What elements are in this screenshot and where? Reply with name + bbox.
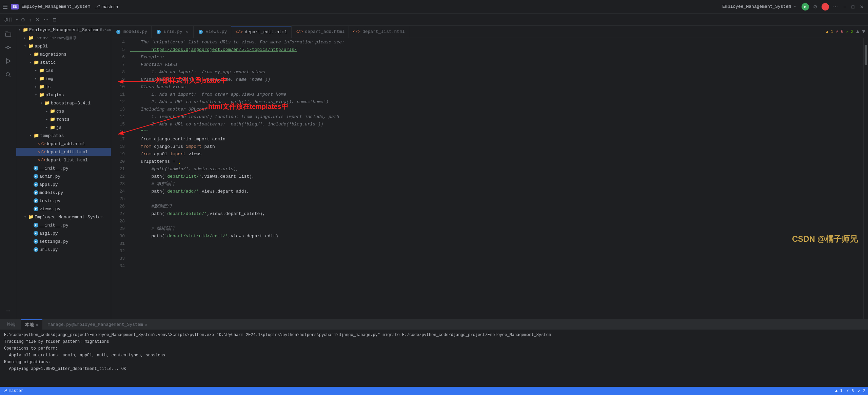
tree-migrations[interactable]: ▸ 📁 migrations <box>16 50 111 58</box>
line-numbers: 45678 910111213 1415161718 1920212223 24… <box>111 38 127 319</box>
bottom-tab-local-close[interactable]: ✕ <box>36 323 38 327</box>
sidebar-files-icon[interactable] <box>3 28 14 39</box>
toolbar-close-btn[interactable]: ✕ <box>34 16 41 23</box>
depart-list-label: depart_list.html <box>45 158 88 163</box>
tree-img[interactable]: ▸ 📁 img <box>16 75 111 83</box>
tree-bootstrap-fonts[interactable]: ▸ 📁 fonts <box>16 115 111 123</box>
close-button[interactable] <box>822 3 829 11</box>
tree-models-py[interactable]: ▸ P models.py <box>16 189 111 197</box>
bottom-tab-local[interactable]: 本地 ✕ <box>21 319 42 330</box>
sidebar-more-icon[interactable]: ⋯ <box>3 305 14 316</box>
minimize-btn[interactable]: − <box>842 3 847 10</box>
settings-icon-btn[interactable]: ⚙ <box>812 3 819 10</box>
editor-scroll-down[interactable]: ▼ <box>862 29 865 35</box>
tree-ems-folder[interactable]: ▾ 📁 Employee_Management_System <box>16 213 111 221</box>
run-button[interactable]: ▶ <box>802 3 809 11</box>
tree-settings-py[interactable]: ▸ P settings.py <box>16 237 111 245</box>
status-branch[interactable]: ⎇ master <box>3 389 23 394</box>
file-tree-sidebar: ▾ 📁 Employee_Management_System E:\code ▸… <box>16 26 111 319</box>
tree-views-py[interactable]: ▸ P views.py <box>16 205 111 213</box>
maximize-btn[interactable]: □ <box>850 3 856 10</box>
sidebar-run-icon[interactable] <box>3 56 14 66</box>
bootstrap-fonts-arrow: ▸ <box>45 117 49 121</box>
tree-js[interactable]: ▸ 📁 js <box>16 83 111 91</box>
bottom-tab-manage-close[interactable]: ✕ <box>145 322 147 327</box>
tree-urls-py[interactable]: ▸ P urls.py <box>16 245 111 254</box>
code-line-24: path('depart/add/',views.depart_add), <box>127 188 863 195</box>
css-label: css <box>45 68 53 73</box>
code-line-32 <box>127 248 863 255</box>
tree-plugins[interactable]: ▾ 📁 plugins <box>16 91 111 99</box>
toolbar-sync-btn[interactable]: ⊕ <box>20 16 26 23</box>
tests-py-icon: P <box>34 198 38 203</box>
code-line-22: path('depart/list/',views.depart_list), <box>127 173 863 180</box>
scroll-thumb[interactable] <box>865 45 867 65</box>
toolbar-more-btn[interactable]: ⋯ <box>42 16 50 23</box>
tree-venv[interactable]: ▸ 📁 .venv library根目录 <box>16 34 111 42</box>
tree-init[interactable]: ▸ P __init__.py <box>16 164 111 172</box>
plugins-label: plugins <box>45 93 64 98</box>
bootstrap-js-arrow: ▸ <box>45 125 49 130</box>
tab-depart-edit-html[interactable]: </> depart_edit.html <box>231 26 291 38</box>
tab-depart-list-html[interactable]: </> depart_list.html <box>349 26 409 38</box>
toolbar-collapse-btn[interactable]: ↕ <box>28 16 33 23</box>
ems-label: Employee_Management_System <box>35 215 103 220</box>
tree-bootstrap-js[interactable]: ▸ 📁 js <box>16 123 111 132</box>
code-line-20: urlpatterns = [ <box>127 158 863 165</box>
urls-py-label: urls.py <box>39 247 58 252</box>
hamburger-icon[interactable] <box>3 4 8 9</box>
code-lines[interactable]: The `urlpatterns` list routes URLs to vi… <box>127 38 863 319</box>
tab-views-py[interactable]: P views.py <box>194 26 231 38</box>
sidebar-commit-icon[interactable] <box>3 42 14 53</box>
git-branch-icon: ⎇ <box>95 4 100 9</box>
ems-folder-icon: 📁 <box>28 214 34 220</box>
tree-tests-py[interactable]: ▸ P tests.py <box>16 197 111 205</box>
code-line-33 <box>127 255 863 262</box>
tab-urls-py[interactable]: P urls.py ✕ <box>152 26 194 38</box>
code-line-21: #path('admin/', admin.site.urls), <box>127 165 863 173</box>
tree-css[interactable]: ▸ 📁 css <box>16 66 111 75</box>
tree-depart-add[interactable]: ▸ </> depart_add.html <box>16 140 111 148</box>
editor-scroll-up[interactable]: ▲ <box>856 29 860 35</box>
tree-admin-py[interactable]: ▸ P admin.py <box>16 172 111 180</box>
venv-arrow: ▸ <box>23 36 27 40</box>
code-editor: 45678 910111213 1415161718 1920212223 24… <box>111 38 868 319</box>
tree-ems-init[interactable]: ▸ P __init__.py <box>16 221 111 229</box>
tree-templates[interactable]: ▾ 📁 templates <box>16 132 111 140</box>
tree-bootstrap[interactable]: ▾ 📁 bootstrap-3.4.1 <box>16 99 111 107</box>
tree-asgi-py[interactable]: ▸ P asgi.py <box>16 229 111 237</box>
sidebar-search-icon[interactable] <box>3 69 14 80</box>
scroll-indicator[interactable] <box>863 38 868 319</box>
tab-models-py[interactable]: P models.py <box>111 26 152 38</box>
urls-py-icon: P <box>34 247 38 252</box>
more-options-btn[interactable]: ⋯ <box>832 3 839 10</box>
tree-bootstrap-css[interactable]: ▸ 📁 css <box>16 107 111 115</box>
code-line-26: #删除部门 <box>127 203 863 210</box>
tab-depart-add-html[interactable]: </> depart_add.html <box>292 26 349 38</box>
tree-depart-list[interactable]: ▸ </> depart_list.html <box>16 156 111 164</box>
bottom-tab-manage[interactable]: manage.py@Employee_Management_System ✕ <box>44 319 151 330</box>
run-icon: ▶ <box>804 5 806 9</box>
views-py-icon: P <box>34 206 38 211</box>
tab-models-py-label: models.py <box>123 29 147 34</box>
bottom-tab-terminal-label: 终端 <box>7 321 16 328</box>
tree-apps-py[interactable]: ▸ P apps.py <box>16 180 111 189</box>
bottom-tab-terminal[interactable]: 终端 <box>3 319 20 330</box>
branch-button[interactable]: ⎇ master ▾ <box>93 3 121 10</box>
depart-add-label: depart_add.html <box>45 141 85 146</box>
terminal-content[interactable]: E:\code\python_code\django_project\Emplo… <box>0 330 868 387</box>
tree-app01[interactable]: ▾ 📁 app01 <box>16 42 111 50</box>
tree-root[interactable]: ▾ 📁 Employee_Management_System E:\code <box>16 26 111 34</box>
tab-depart-list-label: depart_list.html <box>362 29 405 34</box>
code-line-6: Examples: <box>127 54 863 61</box>
tab-urls-py-close[interactable]: ✕ <box>184 29 189 34</box>
tab-depart-add-icon: </> <box>296 29 303 34</box>
tab-views-py-label: views.py <box>206 29 227 34</box>
close-btn[interactable]: ✕ <box>859 3 865 10</box>
tree-depart-edit[interactable]: ▸ </> depart_edit.html <box>16 148 111 156</box>
toolbar-dropdown-icon: ▾ <box>16 17 18 22</box>
code-line-10: Class-based views <box>127 83 863 91</box>
status-bar: ⎇ master ▲ 1 ⚡ 6 ✓ 2 <box>0 387 868 395</box>
tree-static[interactable]: ▾ 📁 static <box>16 58 111 66</box>
toolbar-hide-btn[interactable]: ⊟ <box>51 16 58 23</box>
